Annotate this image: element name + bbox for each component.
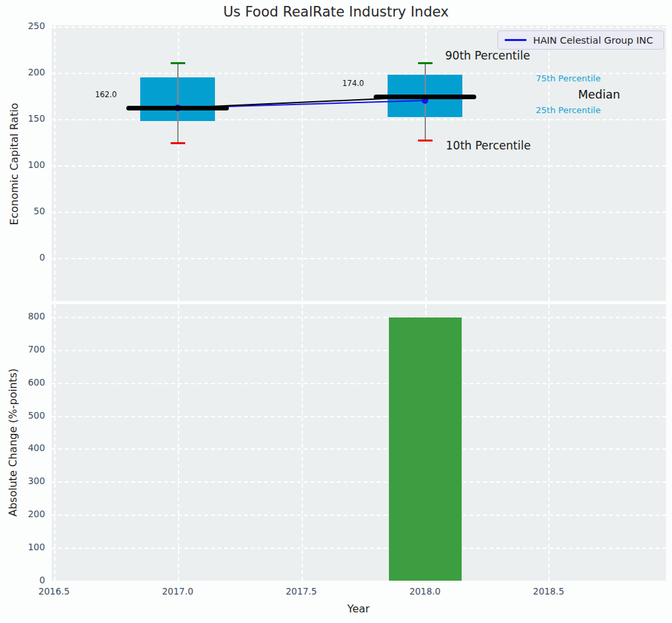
x-tick-label: 2017.5 <box>278 586 325 597</box>
bottom-y-tick-label: 0 <box>5 575 45 585</box>
p10-label: 10th Percentile <box>446 139 530 152</box>
median-segment <box>374 95 476 99</box>
top-y-tick-label: 50 <box>5 206 45 216</box>
bottom-y-tick-label: 800 <box>5 311 45 321</box>
x-axis-label: Year <box>292 602 425 615</box>
v-gridline <box>548 304 550 581</box>
p75-label: 75th Percentile <box>536 73 601 83</box>
x-tick-label: 2017.0 <box>155 586 201 597</box>
chart-title: Us Food RealRate Industry Index <box>0 4 672 20</box>
bottom-y-tick-label: 400 <box>5 442 45 453</box>
h-gridline <box>52 515 666 516</box>
top-y-tick-label: 200 <box>5 67 45 77</box>
line-series-layer <box>52 25 666 301</box>
figure: Us Food RealRate Industry Index Economic… <box>0 0 672 623</box>
bottom-y-tick-label: 600 <box>5 377 45 388</box>
change-bar <box>389 317 462 581</box>
p90-label: 90th Percentile <box>445 49 530 62</box>
v-gridline <box>178 304 179 581</box>
legend-label: HAIN Celestial Group INC <box>533 35 653 46</box>
top-y-tick-label: 250 <box>5 21 45 31</box>
v-gridline <box>302 304 303 581</box>
bottom-y-tick-label: 200 <box>5 509 45 519</box>
median-value-annotation: 162.0 <box>95 90 117 99</box>
top-y-tick-label: 100 <box>5 159 45 170</box>
p25-label: 25th Percentile <box>536 105 601 115</box>
bottom-y-tick-label: 100 <box>5 542 45 552</box>
median-label: Median <box>578 88 620 101</box>
bottom-y-tick-label: 500 <box>5 410 45 421</box>
bottom-y-tick-label: 300 <box>5 476 45 486</box>
median-segment <box>126 106 229 110</box>
h-gridline <box>52 383 666 384</box>
x-tick-label: 2018.0 <box>402 586 448 597</box>
legend: HAIN Celestial Group INC <box>497 30 664 50</box>
top-y-tick-label: 150 <box>5 113 45 124</box>
v-gridline <box>54 304 56 581</box>
top-axes <box>52 25 666 301</box>
bottom-y-tick-label: 700 <box>5 344 45 354</box>
top-y-tick-label: 0 <box>5 252 45 263</box>
h-gridline <box>52 317 666 318</box>
h-gridline <box>52 448 666 450</box>
x-tick-label: 2018.5 <box>525 586 571 597</box>
x-tick-label: 2016.5 <box>31 586 77 597</box>
legend-line-swatch <box>505 39 526 41</box>
h-gridline <box>52 548 666 549</box>
median-value-annotation: 174.0 <box>343 79 364 88</box>
bottom-axes <box>52 304 666 581</box>
h-gridline <box>52 350 666 351</box>
h-gridline <box>52 481 666 483</box>
h-gridline <box>52 416 666 417</box>
